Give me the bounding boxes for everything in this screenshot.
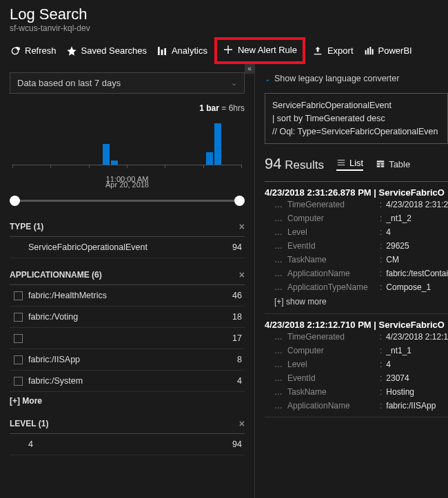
result-field: …EventId:29625 [265,239,448,253]
field-menu-icon[interactable]: … [274,200,283,209]
result-field: …TaskName:Hosting [265,385,448,399]
close-icon[interactable]: × [239,418,245,429]
facet-label: fabric:/System [28,376,232,386]
facet-label: fabric:/HealthMetrics [28,291,227,300]
field-menu-icon[interactable]: … [274,282,283,292]
field-menu-icon[interactable]: … [274,214,283,223]
export-label: Export [327,45,354,56]
result-field: …EventId:23074 [265,371,448,385]
page-title: Log Search [10,6,438,23]
saved-label: Saved Searches [81,45,147,56]
workspace-name: sf-wcus-tanvir-kql-dev [10,23,438,33]
table-view-label: Table [389,159,410,169]
field-key: TimeGenerated [287,200,376,209]
result-header[interactable]: 4/23/2018 2:31:26.878 PM | ServiceFabric… [265,187,448,198]
facet-row[interactable]: ServiceFabricOperationalEvent94 [10,237,245,258]
chart-legend: 1 bar = 6hrs [10,103,245,113]
legacy-converter-link[interactable]: ⌄ Show legacy language converter [265,74,448,83]
field-key: TaskName [287,387,376,397]
facet-row[interactable]: 17 [10,328,245,349]
field-menu-icon[interactable]: … [274,346,283,355]
facet-row[interactable]: fabric:/HealthMetrics46 [10,285,245,307]
checkbox[interactable] [14,355,23,364]
field-key: TaskName [287,255,376,264]
field-key: Level [287,227,376,237]
field-value: 4/23/2018 2:12:1 [386,332,448,342]
slider-handle-left[interactable] [10,196,20,206]
facet-title: APPLICATIONNAME (6) [10,270,102,280]
slider-handle-right[interactable] [234,196,245,206]
facet-count: 94 [232,242,245,252]
facet-label: fabric:/Voting [28,312,227,322]
field-menu-icon[interactable]: … [274,387,283,397]
result-field: …Level:4 [265,225,448,239]
export-icon [312,45,323,56]
facet-count: 18 [232,312,245,322]
field-menu-icon[interactable]: … [274,227,283,237]
table-view-button[interactable]: Table [376,159,410,169]
facet-row[interactable]: 494 [10,434,245,455]
refresh-button[interactable]: Refresh [10,45,57,56]
facet-title: LEVEL (1) [10,419,48,428]
list-icon [336,158,346,167]
facet-label: fabric:/IISApp [28,355,232,364]
checkbox[interactable] [14,334,23,343]
field-key: ApplicationTypeName [287,282,376,292]
show-more-button[interactable]: [+] show more [265,294,448,309]
field-key: Level [287,360,376,369]
checkbox[interactable] [14,291,23,300]
more-button[interactable]: [+] More [10,396,245,406]
new-alert-label: New Alert Rule [238,45,297,55]
field-menu-icon[interactable]: … [274,401,283,411]
result-field: …Computer:_nt1_1 [265,344,448,357]
facet-row[interactable]: fabric:/IISApp8 [10,349,245,371]
field-value: 23074 [386,373,409,383]
analytics-icon [156,45,167,56]
close-icon[interactable]: × [239,269,245,280]
close-icon[interactable]: × [239,221,245,232]
result-field: …TimeGenerated:4/23/2018 2:31:2 [265,198,448,211]
collapse-panel-button[interactable]: « [245,64,254,74]
time-range-dropdown[interactable]: Data based on last 7 days ⌄ [10,72,245,94]
checkbox[interactable] [14,377,23,386]
facet-count: 17 [232,333,245,343]
analytics-button[interactable]: Analytics [156,45,207,56]
facet-row[interactable]: fabric:/Voting18 [10,307,245,328]
export-button[interactable]: Export [312,45,354,56]
field-value: fabric:/testContai [386,269,448,278]
refresh-label: Refresh [25,45,57,56]
field-menu-icon[interactable]: … [274,373,283,383]
field-menu-icon[interactable]: … [274,241,283,251]
facet-title: TYPE (1) [10,222,43,231]
result-header[interactable]: 4/23/2018 2:12:12.710 PM | ServiceFabric… [265,320,448,330]
result-field: …ApplicationName:fabric:/IISApp [265,399,448,413]
result-field: …TimeGenerated:4/23/2018 2:12:1 [265,330,448,344]
result-field: …ApplicationName:fabric:/testContai [265,267,448,280]
facet-count: 4 [237,376,245,386]
field-value: 4/23/2018 2:31:2 [386,200,448,209]
new-alert-rule-button[interactable]: New Alert Rule [223,44,297,55]
plus-icon [223,44,234,55]
facet-label: ServiceFabricOperationalEvent [28,242,227,252]
powerbi-button[interactable]: PowerBI [363,45,412,56]
query-line: // Oql: Type=ServiceFabricOperationalEve… [272,125,440,138]
time-slider[interactable] [12,200,242,202]
list-view-button[interactable]: List [336,158,363,171]
facet-row[interactable]: fabric:/System4 [10,371,245,392]
checkbox[interactable] [14,313,23,322]
histogram-chart[interactable] [10,116,245,178]
field-menu-icon[interactable]: … [274,360,283,369]
legacy-converter-label: Show legacy language converter [274,74,399,83]
saved-searches-button[interactable]: Saved Searches [66,45,147,56]
field-menu-icon[interactable]: … [274,332,283,342]
chevron-down-icon: ⌄ [265,75,270,83]
facet-count: 8 [237,355,245,364]
field-value: Compose_1 [386,282,431,292]
result-field: …Computer:_nt1_2 [265,211,448,225]
result-field: …TaskName:CM [265,253,448,267]
query-editor[interactable]: ServiceFabricOperationalEvent | sort by … [265,93,448,144]
field-value: _nt1_1 [386,346,411,355]
facet-label: 4 [28,439,227,449]
field-menu-icon[interactable]: … [274,269,283,278]
field-menu-icon[interactable]: … [274,255,283,264]
